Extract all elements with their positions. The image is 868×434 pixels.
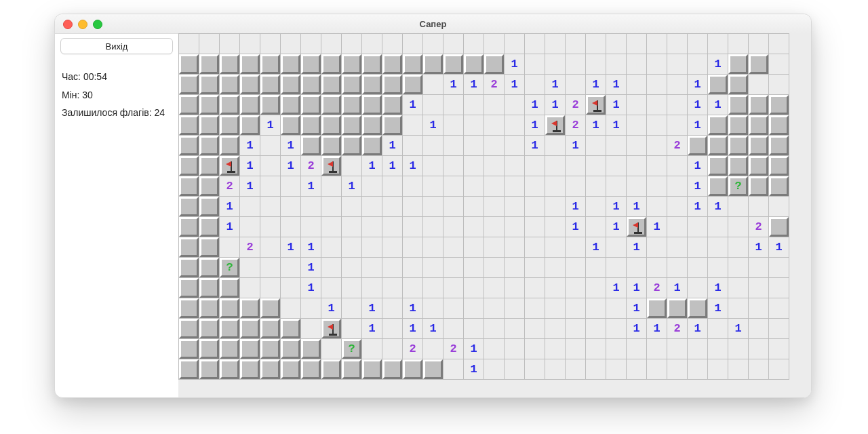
cell-number[interactable]: 1 bbox=[342, 176, 361, 196]
cell-covered[interactable] bbox=[179, 136, 199, 155]
cell-empty[interactable] bbox=[708, 319, 728, 338]
cell-empty[interactable] bbox=[505, 258, 524, 277]
cell-covered[interactable] bbox=[301, 54, 321, 74]
cell-number[interactable]: 1 bbox=[566, 197, 585, 216]
cell-covered[interactable] bbox=[301, 95, 321, 115]
cell-covered[interactable] bbox=[403, 75, 422, 94]
cell-empty[interactable] bbox=[484, 258, 504, 277]
cell-covered[interactable] bbox=[382, 95, 402, 115]
cell-number[interactable]: 1 bbox=[505, 54, 524, 74]
cell-number[interactable]: 2 bbox=[220, 176, 239, 196]
cell-covered[interactable] bbox=[179, 115, 199, 135]
cell-empty[interactable] bbox=[769, 75, 789, 94]
cell-empty[interactable] bbox=[403, 136, 422, 155]
cell-covered[interactable] bbox=[199, 75, 219, 94]
cell-covered[interactable] bbox=[199, 136, 219, 155]
cell-empty[interactable] bbox=[382, 298, 402, 318]
cell-empty[interactable] bbox=[647, 75, 667, 94]
cell-empty[interactable] bbox=[403, 197, 422, 216]
cell-covered[interactable] bbox=[260, 359, 280, 379]
cell-number[interactable]: 1 bbox=[708, 95, 728, 115]
cell-covered[interactable] bbox=[769, 136, 789, 155]
cell-covered[interactable] bbox=[260, 75, 280, 94]
cell-empty[interactable] bbox=[321, 197, 341, 216]
cell-empty[interactable] bbox=[443, 359, 463, 379]
cell-empty[interactable] bbox=[749, 359, 768, 379]
cell-empty[interactable] bbox=[708, 258, 728, 277]
cell-empty[interactable] bbox=[423, 298, 443, 318]
cell-covered[interactable] bbox=[240, 298, 260, 318]
cell-number[interactable]: 1 bbox=[525, 136, 545, 155]
cell-covered[interactable] bbox=[342, 95, 361, 115]
cell-number[interactable]: 1 bbox=[606, 278, 626, 298]
cell-covered[interactable] bbox=[199, 197, 219, 216]
cell-empty[interactable] bbox=[281, 34, 300, 54]
cell-empty[interactable] bbox=[423, 217, 443, 237]
cell-empty[interactable] bbox=[505, 176, 524, 196]
cell-covered[interactable] bbox=[362, 136, 382, 155]
cell-empty[interactable] bbox=[647, 258, 667, 277]
cell-empty[interactable] bbox=[505, 115, 524, 135]
cell-covered[interactable] bbox=[749, 95, 768, 115]
cell-number[interactable]: 1 bbox=[403, 156, 422, 176]
cell-empty[interactable] bbox=[260, 237, 280, 257]
cell-covered[interactable] bbox=[260, 339, 280, 359]
cell-number[interactable]: 1 bbox=[688, 95, 707, 115]
cell-covered[interactable] bbox=[199, 237, 219, 257]
cell-number[interactable]: 1 bbox=[403, 298, 422, 318]
cell-empty[interactable] bbox=[627, 115, 646, 135]
cell-covered[interactable] bbox=[220, 75, 239, 94]
cell-covered[interactable] bbox=[321, 115, 341, 135]
cell-empty[interactable] bbox=[728, 34, 748, 54]
cell-covered[interactable] bbox=[281, 115, 300, 135]
cell-empty[interactable] bbox=[545, 156, 565, 176]
cell-covered[interactable] bbox=[179, 298, 199, 318]
cell-empty[interactable] bbox=[566, 278, 585, 298]
cell-empty[interactable] bbox=[505, 298, 524, 318]
cell-number[interactable]: 1 bbox=[586, 75, 606, 94]
cell-empty[interactable] bbox=[423, 75, 443, 94]
cell-empty[interactable] bbox=[606, 176, 626, 196]
cell-number[interactable]: 1 bbox=[606, 75, 626, 94]
cell-covered[interactable] bbox=[199, 319, 219, 338]
cell-empty[interactable] bbox=[586, 217, 606, 237]
cell-number[interactable]: 1 bbox=[382, 156, 402, 176]
cell-empty[interactable] bbox=[525, 34, 545, 54]
cell-empty[interactable] bbox=[647, 115, 667, 135]
cell-number[interactable]: 1 bbox=[403, 319, 422, 338]
cell-empty[interactable] bbox=[586, 54, 606, 74]
cell-number[interactable]: 1 bbox=[606, 197, 626, 216]
cell-covered[interactable] bbox=[179, 258, 199, 277]
cell-covered[interactable] bbox=[382, 75, 402, 94]
cell-empty[interactable] bbox=[403, 237, 422, 257]
cell-covered[interactable] bbox=[708, 176, 728, 196]
cell-covered[interactable] bbox=[199, 115, 219, 135]
cell-empty[interactable] bbox=[443, 176, 463, 196]
cell-flagged[interactable] bbox=[627, 217, 646, 237]
cell-number[interactable]: 1 bbox=[627, 278, 646, 298]
cell-covered[interactable] bbox=[769, 217, 789, 237]
cell-covered[interactable] bbox=[199, 95, 219, 115]
cell-empty[interactable] bbox=[382, 197, 402, 216]
cell-empty[interactable] bbox=[647, 176, 667, 196]
cell-empty[interactable] bbox=[545, 136, 565, 155]
cell-empty[interactable] bbox=[362, 258, 382, 277]
cell-number[interactable]: 1 bbox=[627, 197, 646, 216]
cell-number[interactable]: 1 bbox=[688, 319, 707, 338]
cell-number[interactable]: 1 bbox=[443, 75, 463, 94]
cell-number[interactable]: 1 bbox=[688, 75, 707, 94]
cell-flagged[interactable] bbox=[321, 319, 341, 338]
cell-empty[interactable] bbox=[586, 319, 606, 338]
cell-empty[interactable] bbox=[769, 278, 789, 298]
cell-question[interactable]: ? bbox=[220, 258, 239, 277]
cell-empty[interactable] bbox=[586, 359, 606, 379]
cell-empty[interactable] bbox=[505, 217, 524, 237]
cell-empty[interactable] bbox=[443, 136, 463, 155]
cell-covered[interactable] bbox=[179, 54, 199, 74]
cell-covered[interactable] bbox=[281, 75, 300, 94]
cell-empty[interactable] bbox=[301, 217, 321, 237]
cell-empty[interactable] bbox=[525, 156, 545, 176]
cell-number[interactable]: 2 bbox=[647, 278, 667, 298]
cell-number[interactable]: 1 bbox=[240, 156, 260, 176]
cell-empty[interactable] bbox=[606, 136, 626, 155]
